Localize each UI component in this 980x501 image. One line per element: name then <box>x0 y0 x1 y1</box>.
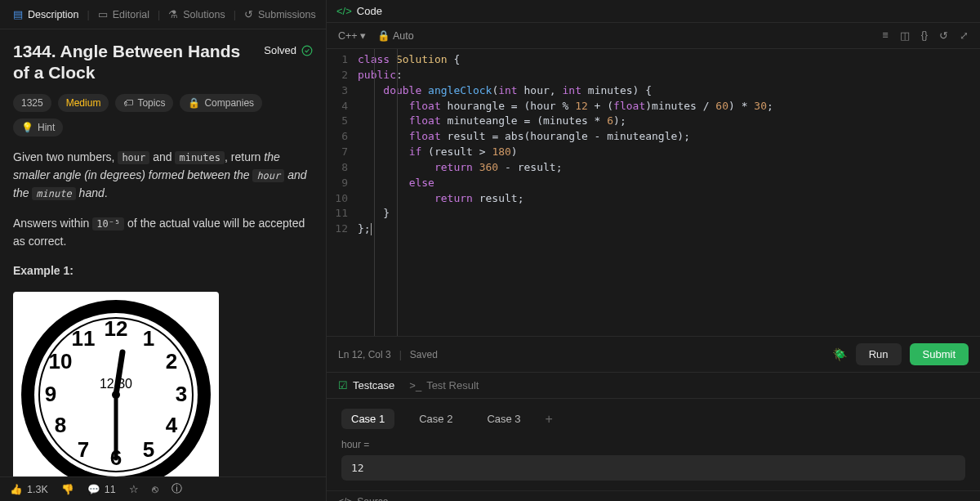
solved-label: Solved <box>264 44 296 56</box>
language-dropdown[interactable]: C++ ▾ <box>338 29 366 42</box>
case-2-tab[interactable]: Case 2 <box>409 409 462 429</box>
code-icon: </> <box>338 496 352 501</box>
thumbs-up-icon: 👍 <box>10 483 23 495</box>
tag-icon: 🏷 <box>123 97 133 109</box>
tab-solutions[interactable]: ⚗Solutions <box>163 5 229 24</box>
like-button[interactable]: 👍1.3K <box>10 483 48 495</box>
separator: | <box>87 9 90 20</box>
topics-pill[interactable]: 🏷Topics <box>115 94 173 112</box>
fullscreen-icon[interactable]: ⤢ <box>960 29 969 42</box>
tab-test-result-label: Test Result <box>426 379 479 391</box>
example-image: 12 1 2 3 4 5 6 7 8 9 10 11 12:30 <box>13 292 219 476</box>
tab-description[interactable]: ▤Description <box>8 5 84 24</box>
history-icon: ↺ <box>244 8 253 20</box>
feedback-button[interactable]: ⓘ <box>172 482 182 496</box>
description-para-1: Given two numbers, hour and minutes, ret… <box>13 148 313 203</box>
companies-pill[interactable]: 🔒Companies <box>180 94 262 112</box>
braces-icon[interactable]: {} <box>921 29 928 42</box>
lock-icon: 🔒 <box>377 30 390 42</box>
svg-text:5: 5 <box>143 437 154 462</box>
code-panel-header: </> Code <box>327 0 980 23</box>
run-button[interactable]: Run <box>856 343 902 365</box>
code-editor[interactable]: 1class Solution { 2public: 3 double angl… <box>327 49 980 336</box>
like-count: 1.3K <box>27 484 48 495</box>
svg-text:10: 10 <box>49 349 73 374</box>
tab-description-label: Description <box>28 9 79 20</box>
share-button[interactable]: ⎋ <box>152 484 158 495</box>
tab-editorial-label: Editorial <box>113 9 149 20</box>
description-para-2: Answers within 10⁻⁵ of the actual value … <box>13 214 313 251</box>
example-heading: Example 1: <box>13 262 313 280</box>
svg-text:3: 3 <box>176 382 187 406</box>
check-square-icon: ☑ <box>338 379 348 391</box>
lock-icon: 🔒 <box>188 97 200 109</box>
save-status: Saved <box>410 349 438 360</box>
dislike-button[interactable]: 👎 <box>61 483 74 495</box>
debug-icon[interactable]: 🪲 <box>832 347 848 362</box>
svg-point-19 <box>112 391 120 399</box>
companies-label: Companies <box>204 97 254 109</box>
chevron-down-icon: ▾ <box>360 30 366 42</box>
format-icon[interactable]: ≡ <box>882 29 888 42</box>
svg-text:9: 9 <box>45 382 56 406</box>
separator: | <box>399 349 402 360</box>
tab-testcase-label: Testcase <box>353 379 394 391</box>
tab-testcase[interactable]: ☑Testcase <box>338 379 394 391</box>
problem-title: 1344. Angle Between Hands of a Clock <box>13 41 256 84</box>
code-icon: </> <box>336 5 352 17</box>
separator: | <box>158 9 160 20</box>
lightbulb-icon: 💡 <box>21 122 33 133</box>
tab-solutions-label: Solutions <box>183 9 225 20</box>
submit-button[interactable]: Submit <box>910 343 969 365</box>
svg-text:7: 7 <box>78 437 89 462</box>
tab-editorial[interactable]: ▭Editorial <box>93 5 154 24</box>
comment-icon: 💬 <box>87 483 100 495</box>
problem-id-pill[interactable]: 1325 <box>13 94 51 112</box>
topics-label: Topics <box>137 97 165 109</box>
svg-text:12: 12 <box>105 316 128 341</box>
book-icon: ▭ <box>98 8 108 20</box>
comments-button[interactable]: 💬11 <box>87 483 116 495</box>
code-panel-title: Code <box>357 5 382 17</box>
svg-text:2: 2 <box>166 349 177 374</box>
svg-text:1: 1 <box>143 326 154 351</box>
auto-button[interactable]: 🔒 Auto <box>377 29 414 42</box>
terminal-icon: >_ <box>409 379 421 391</box>
check-circle-icon <box>301 45 313 56</box>
comment-count: 11 <box>105 484 116 495</box>
hint-label: Hint <box>38 122 55 133</box>
source-button[interactable]: Source <box>357 496 388 501</box>
var-input[interactable]: 12 <box>341 455 965 481</box>
svg-text:8: 8 <box>55 413 66 437</box>
bookmark-icon[interactable]: ◫ <box>900 29 910 42</box>
hint-pill[interactable]: 💡Hint <box>13 119 63 136</box>
svg-text:11: 11 <box>72 326 96 351</box>
thumbs-down-icon: 👎 <box>61 483 74 495</box>
case-1-tab[interactable]: Case 1 <box>341 409 394 429</box>
document-icon: ▤ <box>13 8 23 20</box>
case-3-tab[interactable]: Case 3 <box>477 409 530 429</box>
var-label: hour = <box>341 439 965 450</box>
svg-point-0 <box>302 46 312 56</box>
cursor-position: Ln 12, Col 3 <box>338 349 391 360</box>
add-case-button[interactable]: + <box>546 412 553 427</box>
solved-badge: Solved <box>264 44 313 56</box>
tab-submissions[interactable]: ↺Submissions <box>239 5 321 24</box>
flask-icon: ⚗ <box>168 8 178 20</box>
difficulty-pill: Medium <box>58 94 109 112</box>
reset-icon[interactable]: ↺ <box>939 29 948 42</box>
separator: | <box>234 9 236 20</box>
svg-text:4: 4 <box>166 413 178 437</box>
star-button[interactable]: ☆ <box>129 483 139 495</box>
tab-test-result[interactable]: >_Test Result <box>409 379 479 391</box>
tab-submissions-label: Submissions <box>258 9 316 20</box>
